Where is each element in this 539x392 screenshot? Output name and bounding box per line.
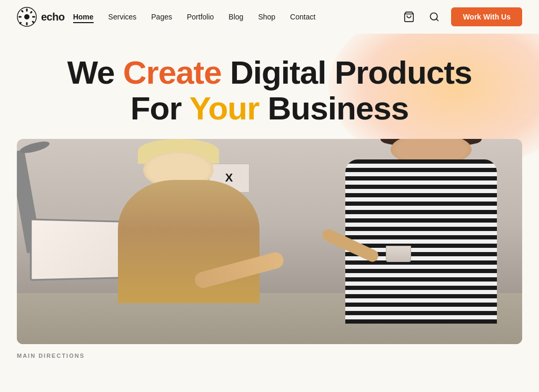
nav-link-contact[interactable]: Contact (290, 13, 315, 21)
hero-title-line2-part2: Business (259, 90, 408, 126)
logo-text: echo (41, 11, 65, 23)
nav-link-home[interactable]: Home (73, 13, 94, 23)
svg-rect-4 (18, 16, 22, 18)
person2-body (345, 159, 497, 324)
svg-rect-7 (29, 11, 33, 14)
nav-item-shop[interactable]: Shop (258, 12, 275, 22)
hero-title-part1: We (67, 54, 123, 91)
nav-link-pages[interactable]: Pages (151, 13, 172, 21)
hero-title-highlight2: Your (189, 90, 259, 126)
hero-title-part2: Digital Products (222, 54, 472, 91)
cart-icon (403, 11, 415, 23)
nav-item-portfolio[interactable]: Portfolio (187, 12, 214, 22)
search-button[interactable] (426, 8, 443, 25)
person1-body (118, 180, 259, 303)
photo-scene: X (17, 139, 522, 344)
nav-item-pages[interactable]: Pages (151, 12, 172, 22)
hero-section: We Create Digital Products For Your Busi… (0, 34, 539, 344)
svg-rect-6 (21, 9, 24, 13)
cart-button[interactable] (401, 8, 417, 25)
hero-title-line2-part1: For (131, 90, 189, 126)
nav-right: Work With Us (401, 7, 522, 26)
work-with-us-button[interactable]: Work With Us (451, 7, 522, 26)
svg-line-12 (436, 19, 438, 21)
nav-item-services[interactable]: Services (108, 12, 137, 22)
svg-point-1 (24, 14, 29, 19)
nav-links: Home Services Pages Portfolio Blog Shop … (73, 12, 316, 22)
lamp-head (19, 139, 51, 155)
nav-left: echo Home Services Pages Portfolio Blog … (17, 7, 315, 27)
hero-title: We Create Digital Products For Your Busi… (17, 55, 522, 126)
hero-title-highlight1: Create (123, 54, 222, 91)
hero-image: X (17, 139, 522, 344)
nav-link-blog[interactable]: Blog (228, 13, 243, 21)
nav-item-blog[interactable]: Blog (228, 12, 243, 22)
cup (386, 246, 411, 262)
nav-item-home[interactable]: Home (73, 12, 94, 22)
svg-rect-5 (32, 16, 35, 18)
nav-link-services[interactable]: Services (108, 13, 137, 21)
echo-logo-icon (17, 7, 37, 27)
nav-link-portfolio[interactable]: Portfolio (187, 13, 214, 21)
svg-rect-3 (26, 22, 28, 25)
search-icon (429, 12, 440, 22)
logo[interactable]: echo (17, 7, 65, 27)
svg-rect-2 (26, 8, 28, 12)
nav-item-contact[interactable]: Contact (290, 12, 315, 22)
nav-link-shop[interactable]: Shop (258, 13, 275, 21)
main-directions-label: MAIN DIRECTIONS (0, 344, 539, 363)
navbar: echo Home Services Pages Portfolio Blog … (0, 0, 539, 34)
